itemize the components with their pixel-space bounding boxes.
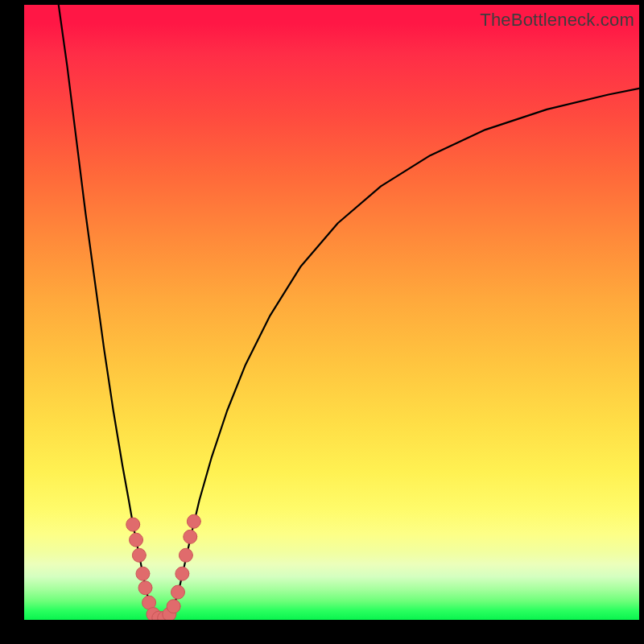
chart-frame: TheBottleneck.com	[0, 0, 644, 644]
plot-area: TheBottleneck.com	[24, 5, 639, 620]
curve-canvas	[24, 5, 639, 620]
